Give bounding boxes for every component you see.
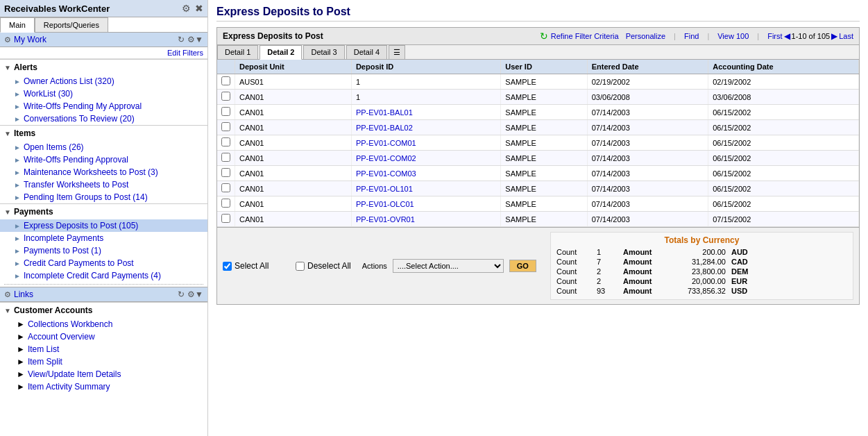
nav-prev-icon[interactable]: ◀ (784, 31, 790, 41)
transfer-worksheets-link[interactable]: Transfer Worksheets to Post (24, 180, 128, 190)
actions-select[interactable]: ....Select Action.... (393, 259, 504, 273)
item-list-link[interactable]: Item List (28, 344, 59, 354)
deselect-all-button[interactable]: Deselect All (296, 261, 351, 271)
sidebar-item-conversations-review[interactable]: ► Conversations To Review (20) (0, 112, 207, 125)
gear-icon[interactable]: ⚙ (182, 3, 191, 14)
select-all-checkbox[interactable] (223, 262, 232, 271)
row-checkbox[interactable] (221, 76, 230, 85)
deposit-id-link[interactable]: PP-EV01-OVR01 (356, 215, 415, 224)
select-all-button[interactable]: Select All (223, 261, 269, 271)
first-link[interactable]: First (767, 32, 782, 40)
row-checkbox[interactable] (221, 168, 230, 177)
collections-workbench-link[interactable]: Collections Workbench (28, 319, 113, 329)
cell-deposit-id[interactable]: PP-EV01-OVR01 (351, 212, 500, 227)
close-icon[interactable]: ✖ (195, 3, 203, 14)
deposit-id-link[interactable]: PP-EV01-OL101 (356, 185, 413, 193)
tab-reports-queries[interactable]: Reports/Queries (35, 17, 108, 32)
sidebar-item-view-update-item-details[interactable]: ► View/Update Item Details (0, 368, 207, 380)
row-checkbox[interactable] (221, 92, 230, 101)
sidebar-item-item-split[interactable]: ► Item Split (0, 355, 207, 368)
sidebar-item-owner-actions[interactable]: ► Owner Actions List (320) (0, 75, 207, 87)
tab-detail3[interactable]: Detail 3 (303, 45, 344, 59)
settings-icon[interactable]: ⚙▼ (187, 35, 203, 44)
account-overview-link[interactable]: Account Overview (28, 332, 95, 342)
sidebar-item-item-list[interactable]: ► Item List (0, 343, 207, 355)
payments-to-post-link[interactable]: Payments to Post (1) (24, 246, 101, 255)
cell-deposit-id[interactable]: PP-EV01-BAL02 (351, 120, 500, 135)
deposit-id-link[interactable]: PP-EV01-COM02 (356, 154, 416, 162)
deposit-id-link[interactable]: PP-EV01-BAL01 (356, 108, 413, 117)
cell-deposit-id[interactable]: PP-EV01-BAL01 (351, 105, 500, 120)
row-checkbox[interactable] (221, 183, 230, 192)
last-link[interactable]: Last (839, 32, 853, 40)
cell-deposit-id[interactable]: PP-EV01-OL101 (351, 181, 500, 196)
writeoffs-pending-link[interactable]: Write-Offs Pending My Approval (24, 101, 142, 111)
edit-filters-link[interactable]: Edit Filters (0, 47, 207, 59)
personalize-link[interactable]: Personalize (626, 32, 665, 40)
go-button[interactable]: GO (509, 260, 536, 272)
sidebar-item-item-activity-summary[interactable]: ► Item Activity Summary (0, 380, 207, 393)
links-refresh-icon[interactable]: ↻ (178, 290, 185, 299)
refine-filter-text[interactable]: Refine Filter Criteria (551, 32, 619, 40)
item-split-link[interactable]: Item Split (28, 357, 62, 367)
worklist-link[interactable]: WorkList (30) (24, 89, 73, 99)
cell-deposit-id[interactable]: PP-EV01-COM01 (351, 135, 500, 151)
tab-main[interactable]: Main (0, 17, 35, 33)
open-items-link[interactable]: Open Items (26) (24, 142, 84, 152)
sidebar-item-writeoffs-approval[interactable]: ► Write-Offs Pending Approval (0, 153, 207, 166)
sidebar-item-transfer-worksheets[interactable]: ► Transfer Worksheets to Post (0, 178, 207, 191)
deposit-id-link[interactable]: PP-EV01-OLC01 (356, 200, 414, 208)
item-activity-summary-link[interactable]: Item Activity Summary (28, 382, 110, 392)
sidebar-item-express-deposits[interactable]: ► Express Deposits to Post (105) (0, 219, 207, 232)
sidebar-item-collections-workbench[interactable]: ► Collections Workbench (0, 318, 207, 330)
view-link[interactable]: View 100 (717, 32, 749, 40)
sidebar-item-account-overview[interactable]: ► Account Overview (0, 330, 207, 343)
tab-detail4[interactable]: Detail 4 (346, 45, 387, 59)
cell-deposit-id[interactable]: PP-EV01-COM02 (351, 151, 500, 166)
row-checkbox[interactable] (221, 137, 230, 146)
deposit-id-link[interactable]: PP-EV01-BAL02 (356, 124, 413, 132)
tab-icon[interactable]: ☰ (389, 45, 405, 59)
sidebar-item-credit-card-payments[interactable]: ► Credit Card Payments to Post (0, 257, 207, 269)
row-checkbox[interactable] (221, 107, 230, 116)
deposit-id-link[interactable]: PP-EV01-COM01 (356, 139, 416, 147)
incomplete-payments-link[interactable]: Incomplete Payments (24, 233, 103, 243)
sidebar-item-payments-to-post[interactable]: ► Payments to Post (1) (0, 244, 207, 257)
sidebar-item-open-items[interactable]: ► Open Items (26) (0, 141, 207, 153)
row-checkbox[interactable] (221, 214, 230, 223)
pending-item-groups-link[interactable]: Pending Item Groups to Post (14) (24, 192, 148, 202)
find-link[interactable]: Find (684, 32, 699, 40)
customer-accounts-header[interactable]: ▼ Customer Accounts (0, 302, 207, 318)
sidebar-item-incomplete-payments[interactable]: ► Incomplete Payments (0, 232, 207, 244)
alerts-section-header[interactable]: ▼ Alerts (0, 59, 207, 75)
sidebar-item-pending-item-groups[interactable]: ► Pending Item Groups to Post (14) (0, 191, 207, 203)
view-update-item-details-link[interactable]: View/Update Item Details (28, 369, 121, 379)
my-work-label[interactable]: ⚙ My Work (4, 35, 46, 44)
row-checkbox[interactable] (221, 122, 230, 131)
express-deposits-link[interactable]: Express Deposits to Post (105) (24, 221, 138, 230)
cell-deposit-id[interactable]: PP-EV01-COM03 (351, 166, 500, 181)
sidebar-item-maintenance-worksheets[interactable]: ► Maintenance Worksheets to Post (3) (0, 166, 207, 178)
items-section-header[interactable]: ▼ Items (0, 125, 207, 141)
refresh-icon[interactable]: ↻ (178, 35, 185, 44)
sidebar-item-writeoffs-pending[interactable]: ► Write-Offs Pending My Approval (0, 100, 207, 112)
conversations-review-link[interactable]: Conversations To Review (20) (24, 114, 135, 124)
tab-detail1[interactable]: Detail 1 (217, 45, 258, 59)
credit-card-payments-link[interactable]: Credit Card Payments to Post (24, 258, 134, 268)
maintenance-worksheets-link[interactable]: Maintenance Worksheets to Post (3) (24, 167, 158, 177)
payments-section-header[interactable]: ▼ Payments (0, 203, 207, 219)
tab-detail2[interactable]: Detail 2 (259, 45, 302, 60)
row-checkbox[interactable] (221, 199, 230, 208)
cell-deposit-id[interactable]: PP-EV01-OLC01 (351, 196, 500, 212)
deselect-all-checkbox[interactable] (296, 262, 305, 271)
links-settings-icon[interactable]: ⚙▼ (187, 290, 203, 299)
owner-actions-link[interactable]: Owner Actions List (320) (24, 76, 114, 86)
incomplete-credit-card-link[interactable]: Incomplete Credit Card Payments (4) (24, 271, 161, 280)
sidebar-item-incomplete-credit-card[interactable]: ► Incomplete Credit Card Payments (4) (0, 269, 207, 282)
writeoffs-approval-link[interactable]: Write-Offs Pending Approval (24, 155, 128, 165)
refine-filter-link[interactable]: ↻ Refine Filter Criteria (540, 31, 619, 42)
nav-next-icon[interactable]: ▶ (831, 31, 837, 41)
sidebar-item-worklist[interactable]: ► WorkList (30) (0, 87, 207, 100)
row-checkbox[interactable] (221, 153, 230, 162)
deposit-id-link[interactable]: PP-EV01-COM03 (356, 169, 416, 178)
